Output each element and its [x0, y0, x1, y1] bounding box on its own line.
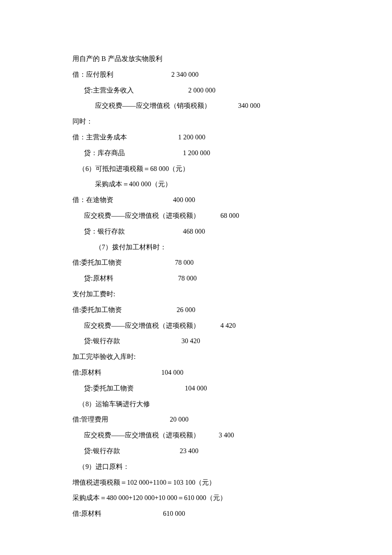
- text-line: 用自产的 B 产品发放实物股利: [72, 51, 320, 67]
- journal-entry: 借:委托加工物资 26 000: [72, 302, 320, 318]
- text-line: 加工完毕验收入库时:: [72, 349, 320, 365]
- entry-amount: 2 340 000: [113, 67, 320, 83]
- entry-amount: 78 000: [113, 271, 320, 286]
- entry-amount: 30 420: [120, 333, 320, 349]
- entry-amount: 468 000: [125, 224, 320, 240]
- journal-entry: 应交税费——应交增值税（销项税额） 340 000: [72, 98, 320, 114]
- entry-label: 支付加工费时:: [72, 286, 115, 302]
- entry-label: 借：应付股利: [72, 67, 113, 83]
- entry-label: 贷：银行存款: [84, 224, 125, 240]
- journal-entry: 贷：库存商品 1 200 000: [72, 145, 320, 161]
- entry-label: 借:委托加工物资: [72, 255, 122, 271]
- entry-label: 借:原材料: [72, 506, 101, 522]
- entry-label: 借:管理费用: [72, 412, 108, 428]
- text-line: 采购成本＝400 000（元）: [72, 176, 320, 192]
- journal-entry: 应交税费——应交增值税（进项税额） 68 000: [72, 208, 320, 224]
- entry-amount: 104 000: [134, 381, 320, 396]
- journal-entry: 应交税费——应交增值税（进项税额） 3 400: [72, 428, 320, 443]
- entry-amount: 4 420: [200, 318, 320, 334]
- entry-amount: 400 000: [113, 192, 320, 208]
- entry-label: 应交税费——应交增值税（进项税额）: [84, 428, 200, 443]
- entry-label: 贷:委托加工物资: [84, 381, 133, 396]
- entry-label: 借:原材料: [72, 365, 101, 381]
- entry-amount: 26 000: [122, 302, 320, 318]
- journal-entry: 应交税费——应交增值税（进项税额） 4 420: [72, 318, 320, 334]
- entry-label: 借：主营业务成本: [72, 130, 127, 145]
- journal-entry: 借：应付股利 2 340 000: [72, 67, 320, 83]
- entry-label: 增值税进项税额＝102 000+1100＝103 100（元）: [72, 475, 216, 491]
- entry-label: 贷:主营业务收入: [84, 83, 133, 98]
- entry-amount: 23 400: [120, 443, 320, 459]
- entry-label: 用自产的 B 产品发放实物股利: [72, 51, 162, 67]
- text-line: 增值税进项税额＝102 000+1100＝103 100（元）: [72, 475, 320, 491]
- entry-label: 采购成本＝400 000（元）: [95, 176, 172, 192]
- entry-amount: 68 000: [200, 208, 320, 224]
- journal-entry: 借：在途物资 400 000: [72, 192, 320, 208]
- journal-entry: 借:原材料 104 000: [72, 365, 320, 381]
- entry-label: 贷:银行存款: [84, 333, 120, 349]
- entry-label: 贷：库存商品: [84, 145, 125, 161]
- entry-label: 贷:原材料: [84, 271, 113, 286]
- journal-entry: 贷:主营业务收入 2 000 000: [72, 83, 320, 98]
- entry-amount: 78 000: [122, 255, 320, 271]
- entry-label: 加工完毕验收入库时:: [72, 349, 135, 365]
- entry-label: 应交税费——应交增值税（进项税额）: [84, 208, 200, 224]
- text-line: 同时：: [72, 114, 320, 130]
- entry-amount: 3 400: [200, 428, 320, 443]
- text-line: （7）拨付加工材料时：: [72, 240, 320, 255]
- journal-entry: 贷:委托加工物资 104 000: [72, 381, 320, 396]
- entry-label: 应交税费——应交增值税（进项税额）: [84, 318, 200, 334]
- entry-label: 采购成本＝480 000+120 000+10 000＝610 000（元）: [72, 490, 227, 506]
- text-line: （8）运输车辆进行大修: [72, 396, 320, 412]
- text-line: （6）可抵扣进项税额＝68 000（元）: [72, 161, 320, 177]
- entry-amount: 20 000: [108, 412, 320, 428]
- journal-entry: 贷:银行存款 30 420: [72, 333, 320, 349]
- text-line: 支付加工费时:: [72, 286, 320, 302]
- text-line: （9）进口原料：: [72, 459, 320, 475]
- journal-entry: 借：主营业务成本 1 200 000: [72, 130, 320, 145]
- entry-label: （6）可抵扣进项税额＝68 000（元）: [78, 161, 189, 177]
- entry-label: （8）运输车辆进行大修: [78, 396, 150, 412]
- entry-amount: 1 200 000: [125, 145, 320, 161]
- entry-amount: 104 000: [101, 365, 320, 381]
- journal-entry: 贷：银行存款 468 000: [72, 224, 320, 240]
- journal-entry: 借:原材料 610 000: [72, 506, 320, 522]
- entry-label: 应交税费——应交增值税（销项税额）: [95, 98, 211, 114]
- journal-entry: 借:管理费用 20 000: [72, 412, 320, 428]
- journal-entry: 贷:银行存款 23 400: [72, 443, 320, 459]
- entry-amount: 1 200 000: [127, 130, 320, 145]
- entry-amount: 610 000: [101, 506, 320, 522]
- text-line: 采购成本＝480 000+120 000+10 000＝610 000（元）: [72, 490, 320, 506]
- entry-label: 借：在途物资: [72, 192, 113, 208]
- entry-label: 同时：: [72, 114, 93, 130]
- entry-label: （7）拨付加工材料时：: [95, 240, 167, 255]
- entry-label: （9）进口原料：: [78, 459, 130, 475]
- journal-entry: 借:委托加工物资 78 000: [72, 255, 320, 271]
- entry-label: 借:委托加工物资: [72, 302, 122, 318]
- journal-entry: 贷:原材料 78 000: [72, 271, 320, 286]
- entry-amount: 340 000: [211, 98, 320, 114]
- entry-amount: 2 000 000: [134, 83, 320, 98]
- entry-label: 贷:银行存款: [84, 443, 120, 459]
